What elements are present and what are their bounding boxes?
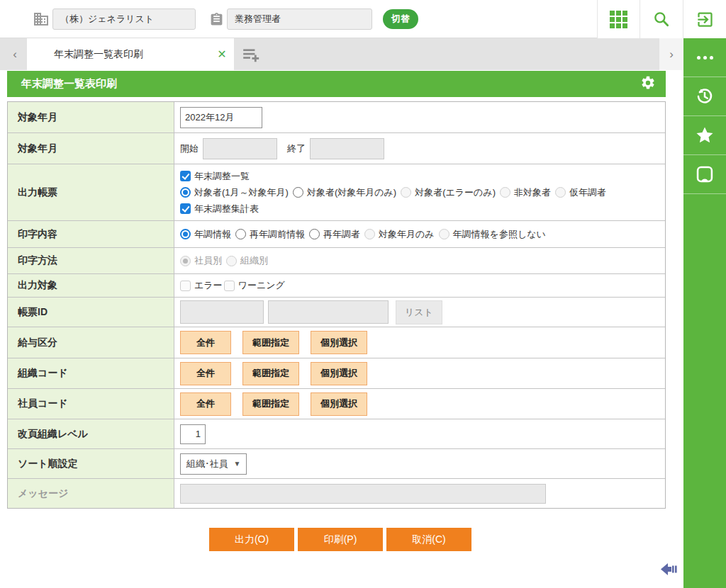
salary-range-button[interactable]: 範囲指定 — [242, 331, 299, 354]
list-button[interactable]: リスト — [396, 300, 442, 324]
apps-grid-icon — [610, 11, 627, 28]
settings-button[interactable] — [630, 75, 666, 94]
checkbox-error[interactable]: エラー — [180, 279, 223, 292]
radio-disabled-icon — [364, 229, 375, 239]
range-start-input[interactable] — [203, 138, 277, 159]
radio-non-target[interactable]: 非対象者 — [500, 186, 551, 199]
radio-by-employee[interactable]: 社員別 — [180, 254, 222, 267]
radio-disabled-icon — [401, 187, 411, 198]
print-button[interactable]: 印刷(P) — [298, 528, 383, 551]
cancel-button[interactable]: 取消(C) — [386, 528, 471, 551]
role-clipboard-icon — [209, 11, 224, 28]
org-range-button[interactable]: 範囲指定 — [242, 362, 299, 385]
radio-target-month-only[interactable]: 対象者(対象年月のみ) — [293, 186, 396, 199]
gear-icon — [640, 75, 656, 91]
message-label: メッセージ — [8, 479, 174, 508]
employee-range-button[interactable]: 範囲指定 — [242, 392, 299, 416]
add-tab-icon[interactable] — [241, 45, 261, 64]
radio-disabled-icon — [439, 229, 449, 239]
target-range-label: 対象年月 — [8, 133, 174, 164]
row-target-range: 対象年月 開始 終了 — [8, 133, 665, 164]
row-output-target: 出力対象 エラー ワーニング — [8, 274, 665, 298]
chevron-down-icon: ▼ — [234, 460, 241, 468]
radio-icon — [309, 229, 320, 239]
radio-nencho-info[interactable]: 年調情報 — [180, 228, 231, 241]
sort-order-select[interactable]: 組織･社員 ▼ — [180, 453, 247, 475]
range-end-label: 終了 — [287, 142, 306, 155]
collapse-panel-arrow-icon[interactable] — [661, 562, 679, 577]
history-button[interactable] — [683, 77, 726, 116]
target-month-input[interactable] — [180, 107, 262, 128]
radio-target-error-only[interactable]: 対象者(エラーのみ) — [401, 186, 496, 199]
org-individual-button[interactable]: 個別選択 — [311, 362, 367, 385]
switch-button[interactable]: 切替 — [383, 9, 418, 29]
org-code-label: 組織コード — [8, 358, 174, 388]
star-icon — [694, 125, 715, 146]
radio-target-jan-to-month[interactable]: 対象者(1月～対象年月) — [180, 186, 289, 199]
page-break-level-label: 改頁組織レベル — [8, 419, 174, 448]
range-start-label: 開始 — [180, 142, 199, 155]
radio-icon — [235, 229, 246, 239]
employee-individual-button[interactable]: 個別選択 — [311, 392, 367, 416]
radio-provisional[interactable]: 仮年調者 — [555, 186, 606, 199]
employee-code-label: 社員コード — [8, 389, 174, 419]
range-end-input[interactable] — [310, 138, 384, 159]
output-button[interactable]: 出力(O) — [209, 528, 294, 551]
role-field-value: 業務管理者 — [235, 13, 281, 26]
row-org-code: 組織コード 全件 範囲指定 個別選択 — [8, 358, 665, 389]
checkbox-nencho-list[interactable]: 年末調整一覧 — [180, 170, 250, 183]
radio-no-reference[interactable]: 年調情報を参照しない — [439, 228, 546, 241]
radio-pre-readjust-info[interactable]: 再年調前情報 — [235, 228, 305, 241]
employee-all-button[interactable]: 全件 — [180, 392, 231, 416]
message-input[interactable] — [180, 484, 546, 504]
favorites-button[interactable] — [683, 116, 726, 155]
row-output-forms: 出力帳票 年末調整一覧 対象者(1月～対象年月) 対象者(対象年月のみ) 対象者… — [8, 164, 665, 221]
form-id-label: 帳票ID — [8, 298, 174, 327]
checkbox-nencho-summary[interactable]: 年末調整集計表 — [180, 203, 259, 215]
history-icon — [694, 86, 715, 107]
radio-readjusted[interactable]: 再年調者 — [309, 228, 360, 241]
radio-selected-icon — [180, 229, 191, 239]
company-field[interactable]: （株）ジェネラリスト — [52, 9, 196, 30]
ellipsis-icon — [697, 56, 713, 60]
top-header: （株）ジェネラリスト 業務管理者 切替 — [0, 0, 726, 38]
row-salary-category: 給与区分 全件 範囲指定 個別選択 — [8, 327, 665, 358]
radio-month-only[interactable]: 対象年月のみ — [364, 228, 435, 241]
row-message: メッセージ — [8, 479, 665, 508]
checkbox-disabled-icon — [224, 281, 235, 291]
checkbox-disabled-icon — [180, 281, 191, 291]
checkbox-checked-icon — [180, 203, 191, 214]
row-form-id: 帳票ID リスト — [8, 298, 665, 327]
company-field-value: （株）ジェネラリスト — [60, 13, 154, 26]
row-employee-code: 社員コード 全件 範囲指定 個別選択 — [8, 389, 665, 419]
form-id-input-1[interactable] — [180, 300, 264, 324]
salary-all-button[interactable]: 全件 — [180, 331, 231, 354]
checkbox-warning[interactable]: ワーニング — [224, 279, 285, 292]
radio-disabled-icon — [555, 187, 566, 198]
row-sort-order: ソート順設定 組織･社員 ▼ — [8, 449, 665, 479]
main-content: 年末調整一覧表印刷 対象年月 対象年月 開始 終了 出力帳票 年末調整一覧 — [0, 70, 683, 588]
company-building-icon — [33, 11, 50, 28]
output-forms-label: 出力帳票 — [8, 164, 174, 220]
page-break-level-input[interactable] — [180, 424, 206, 444]
checkbox-checked-icon — [180, 171, 191, 181]
search-button[interactable] — [640, 0, 683, 38]
action-bar: 出力(O) 印刷(P) 取消(C) — [209, 528, 471, 551]
radio-by-organization[interactable]: 組織別 — [226, 254, 268, 267]
tab-active[interactable]: 年末調整一覧表印刷 ✕ — [27, 38, 234, 70]
tab-scroll-right-button[interactable]: › — [659, 38, 683, 70]
radio-disabled-icon — [500, 187, 510, 198]
salary-individual-button[interactable]: 個別選択 — [311, 331, 367, 354]
apps-menu-button[interactable] — [597, 0, 640, 38]
org-all-button[interactable]: 全件 — [180, 362, 231, 385]
tab-close-icon[interactable]: ✕ — [210, 47, 234, 61]
tab-scroll-left-button[interactable]: ‹ — [6, 38, 24, 70]
memo-button[interactable] — [683, 155, 726, 194]
tab-bar: ‹ 年末調整一覧表印刷 ✕ — [0, 38, 659, 70]
salary-category-label: 給与区分 — [8, 327, 174, 358]
more-menu-button[interactable] — [683, 38, 726, 77]
role-field[interactable]: 業務管理者 — [227, 9, 372, 30]
print-settings-form: 対象年月 対象年月 開始 終了 出力帳票 年末調整一覧 対象者(1月～対象年月)… — [7, 101, 666, 509]
form-id-input-2[interactable] — [268, 300, 389, 324]
logout-button[interactable] — [683, 0, 726, 38]
